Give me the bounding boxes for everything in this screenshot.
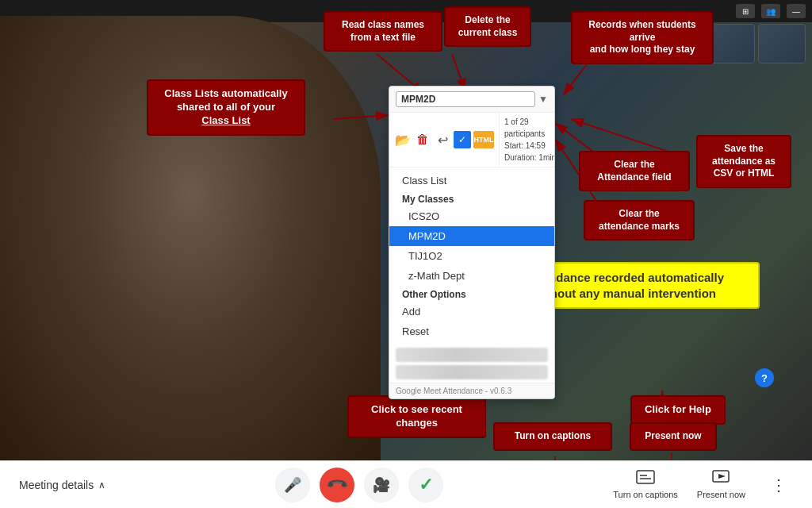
callout-records-students: Records when students arrive and how lon… bbox=[571, 11, 714, 64]
end-call-icon: 📞 bbox=[325, 472, 350, 497]
present-now-button[interactable]: Present now bbox=[697, 470, 745, 499]
menu-mpm2d[interactable]: MPM2D bbox=[389, 226, 554, 246]
mic-icon: 🎤 bbox=[284, 476, 301, 494]
menu-z-math[interactable]: z-Math Dept bbox=[389, 266, 554, 286]
callout-captions: Turn on captions bbox=[493, 422, 612, 451]
popup-menu: Class List My Classes ICS2O MPM2D TIJ1O2… bbox=[389, 167, 554, 344]
more-options-button[interactable]: ⋮ bbox=[764, 469, 793, 501]
callout-present-now: Present now bbox=[630, 422, 717, 451]
menu-reset[interactable]: Reset bbox=[389, 321, 554, 341]
menu-section-my-classes: My Classes bbox=[389, 190, 554, 206]
end-call-button[interactable]: 📞 bbox=[320, 468, 354, 502]
attendance-info: 1 of 29 participants Start: 14:59 Durati… bbox=[499, 113, 555, 167]
meeting-details[interactable]: Meeting details ∧ bbox=[19, 479, 105, 491]
captions-button[interactable]: Turn on captions bbox=[613, 470, 678, 499]
toolbar-controls: 🎤 📞 🎥 ✓ bbox=[105, 468, 613, 502]
menu-section-other: Other Options bbox=[389, 286, 554, 302]
present-label: Present now bbox=[697, 490, 745, 499]
delete-class-icon-btn[interactable]: 🗑 bbox=[414, 131, 431, 148]
captions-label: Turn on captions bbox=[613, 490, 678, 499]
callout-clear-attendance-marks: Clear the attendance marks bbox=[584, 200, 695, 241]
duration: Duration: 1min bbox=[504, 152, 555, 164]
svg-rect-12 bbox=[637, 471, 654, 483]
minimize-icon: — bbox=[787, 4, 806, 18]
check-button[interactable]: ✓ bbox=[408, 468, 443, 502]
participants-icon: 👥 bbox=[761, 4, 780, 18]
menu-add[interactable]: Add bbox=[389, 302, 554, 321]
grid-icon: ⊞ bbox=[736, 4, 755, 18]
camera-button[interactable]: 🎥 bbox=[364, 468, 399, 502]
callout-clear-attendance-field: Clear the Attendance field bbox=[579, 151, 690, 191]
participant-thumb-2 bbox=[707, 24, 755, 64]
save-html-icon-btn[interactable]: HTML bbox=[473, 131, 494, 148]
toolbar-right: Turn on captions Present now ⋮ bbox=[613, 469, 793, 501]
participant-thumb-3 bbox=[758, 24, 806, 64]
start-time: Start: 14:59 bbox=[504, 140, 555, 152]
callout-delete-class: Delete the current class bbox=[444, 6, 531, 47]
meeting-details-label: Meeting details bbox=[19, 479, 94, 491]
video-area: ⊞ 👥 — bbox=[0, 0, 812, 460]
class-selector[interactable]: MPM2D bbox=[396, 91, 535, 107]
callout-click-help: Click for Help bbox=[630, 395, 726, 425]
menu-tij1o2[interactable]: TIJ1O2 bbox=[389, 246, 554, 266]
callout-save-attendance: Save the attendance as CSV or HTML bbox=[696, 135, 791, 188]
toolbar: Meeting details ∧ 🎤 📞 🎥 ✓ Turn on capti bbox=[0, 460, 812, 508]
camera-icon: 🎥 bbox=[373, 476, 390, 494]
extension-popup: MPM2D ▼ 📂 🗑 ↩ ✓ HTML 1 of 29 participant… bbox=[389, 86, 555, 399]
popup-footer: Google Meet Attendance - v0.6.3 bbox=[389, 383, 554, 398]
menu-class-list[interactable]: Class List bbox=[389, 171, 554, 190]
blurred-participant-row-1 bbox=[396, 348, 548, 362]
participant-count: 1 of 29 participants bbox=[504, 116, 555, 140]
help-button[interactable]: ? bbox=[755, 368, 774, 387]
menu-ics2o[interactable]: ICS2O bbox=[389, 206, 554, 226]
mic-button[interactable]: 🎤 bbox=[275, 468, 310, 502]
attendance-checkbox-icon-btn[interactable]: ✓ bbox=[454, 131, 471, 148]
meeting-details-chevron: ∧ bbox=[98, 479, 105, 491]
read-file-icon-btn[interactable]: 📂 bbox=[394, 131, 412, 148]
popup-header: MPM2D ▼ bbox=[389, 87, 554, 113]
check-icon: ✓ bbox=[419, 475, 433, 495]
footer-text: Google Meet Attendance - v0.6.3 bbox=[396, 387, 511, 395]
captions-icon bbox=[636, 470, 655, 488]
clear-marks-icon-btn[interactable]: ↩ bbox=[434, 131, 451, 148]
blurred-participant-row-2 bbox=[396, 365, 548, 379]
present-icon bbox=[712, 470, 730, 488]
callout-read-class: Read class names from a text file bbox=[324, 11, 442, 52]
class-list-link[interactable]: Class List bbox=[201, 114, 250, 126]
svg-marker-16 bbox=[718, 474, 726, 479]
callout-recent-changes: Click to see recent changes bbox=[347, 395, 486, 438]
callout-class-lists: Class Lists automatically shared to all … bbox=[147, 79, 305, 136]
